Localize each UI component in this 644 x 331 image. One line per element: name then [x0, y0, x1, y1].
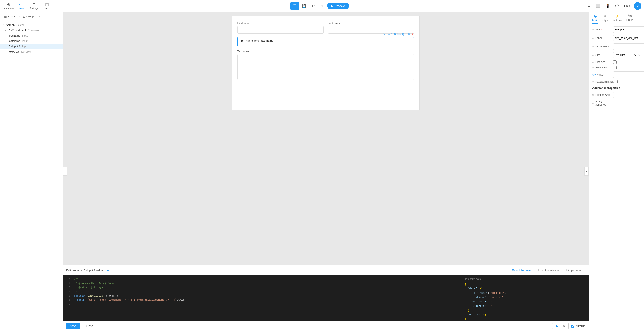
right-panel: ◉ Main ✏ Style ⚡ Actions Aa Rules ✏ Key — [589, 12, 644, 331]
right-nav-style[interactable]: ✏ Style — [602, 12, 609, 24]
run-button[interactable]: ▶ Run — [552, 323, 569, 329]
readonly-checkbox[interactable] — [613, 66, 616, 69]
prop-key-value-row: ✓ — [613, 26, 644, 33]
edit-property-label: Edit property: RsInput 1.Value — [66, 269, 103, 272]
undo-button[interactable]: ↩ — [309, 2, 317, 10]
use-label[interactable]: Use — [104, 269, 110, 272]
nav-components[interactable]: ⊕ Components — [2, 1, 14, 11]
center-area: ‹ › First name Last name — [63, 12, 589, 331]
placeholder-input[interactable] — [613, 43, 644, 50]
lang-label: EN — [624, 4, 628, 7]
plus-icon[interactable]: + — [405, 33, 406, 36]
tree-item-rsinput[interactable]: RsInput 1 Input — [0, 44, 62, 49]
tree-item-rscontainer[interactable]: ▾ RsContainer 1 Container — [0, 28, 62, 33]
toggle-left-button[interactable]: ‹ — [63, 167, 67, 176]
lastname-input[interactable] — [328, 26, 414, 34]
toolbar-nav: ⊕ Components ⋮⋮ Tree ≡ Settings ◫ Forms — [2, 1, 53, 11]
tree-item-lastname[interactable]: lastName Input — [0, 38, 62, 44]
code-line-2: 2 * @param {IFormData} form — [66, 282, 458, 286]
prop-render-row: ✏ Render When — [592, 92, 640, 98]
nav-components-label: Components — [2, 7, 15, 10]
mobile-icon[interactable]: 📱 — [604, 2, 612, 10]
tree-item-label: firstName — [8, 34, 20, 37]
code-icon[interactable]: </> — [613, 2, 621, 10]
sidebar-actions: ⊞ Expand all ⊟ Collapse all — [0, 12, 62, 21]
tree-item-firstname[interactable]: firstName Input — [0, 33, 62, 38]
key-input[interactable] — [613, 26, 644, 33]
toolbar-right: 🖥 ⬜ 📱 </> EN ▾ ⚙ — [585, 2, 642, 10]
pencil-icon: ✏ — [592, 93, 594, 97]
tree-item-label: RsInput 1 — [8, 45, 20, 48]
save-button[interactable]: Save — [66, 323, 80, 329]
json-line-textarea: "textArea": "" — [465, 304, 585, 308]
tree-item-type: Input — [22, 39, 28, 42]
settings-circle-button[interactable]: ⚙ — [634, 2, 642, 10]
size-clear-button[interactable]: × — [638, 53, 640, 57]
nav-settings[interactable]: ≡ Settings — [28, 1, 40, 11]
textarea-input[interactable] — [238, 54, 414, 80]
top-toolbar: ⊕ Components ⋮⋮ Tree ≡ Settings ◫ Forms … — [0, 0, 644, 12]
firstname-group: First name — [238, 21, 324, 34]
prop-readonly-label: ✏ Read Only — [592, 66, 612, 69]
nav-tree[interactable]: ⋮⋮ Tree — [15, 1, 27, 11]
tree-item-screen[interactable]: ▾ Screen Screen — [0, 22, 62, 28]
collapse-all-button[interactable]: ⊟ Collapse all — [21, 13, 41, 19]
main-nav-icon: ◉ — [594, 14, 597, 18]
nav-forms[interactable]: ◫ Forms — [41, 1, 53, 11]
json-line-errors: "errors": {} — [465, 313, 585, 317]
right-nav-main[interactable]: ◉ Main — [592, 12, 598, 24]
right-nav-rules-label: Rules — [626, 18, 633, 21]
expand-all-button[interactable]: ⊞ Expand all — [2, 13, 21, 19]
tab-fluent[interactable]: Fluent localization — [536, 267, 564, 273]
value-input[interactable] — [613, 71, 644, 78]
bottom-header-left: Edit property: RsInput 1.Value Use — [66, 269, 110, 272]
password-checkbox[interactable] — [618, 80, 621, 83]
lastname-group: Last name — [328, 21, 414, 34]
tree-icon: ⋮⋮ — [18, 2, 25, 7]
tree-item-label: RsContainer 1 — [8, 29, 26, 32]
disabled-checkbox[interactable] — [613, 60, 616, 64]
tab-calculable[interactable]: Calculable value — [509, 267, 535, 273]
required-indicator: * — [601, 28, 602, 31]
pencil-icon: ✏ — [592, 54, 594, 57]
save-close-group: Save Close — [66, 323, 97, 329]
toggle-right-button[interactable]: › — [584, 167, 589, 176]
redo-button[interactable]: ↪ — [318, 2, 326, 10]
delete-icon[interactable]: 🗑 — [411, 33, 414, 36]
code-line-1: 1 /** — [66, 278, 458, 282]
right-nav-style-label: Style — [602, 18, 609, 22]
save-button[interactable]: 💾 — [300, 2, 308, 10]
chevron-down-icon: ▾ — [629, 4, 630, 7]
prop-value-row: </> Value — [592, 71, 640, 78]
desktop-icon[interactable]: 🖥 — [585, 2, 593, 10]
menu-button[interactable]: ☰ — [290, 2, 299, 10]
json-line-rsinput: "RsInput 1": "", — [465, 300, 585, 304]
render-when-input[interactable] — [613, 92, 644, 98]
nav-settings-label: Settings — [30, 7, 38, 9]
canvas-wrapper: First name Last name RsInput 1 (RsInput)… — [63, 12, 589, 265]
firstname-input[interactable] — [238, 26, 324, 34]
right-editor[interactable]: Test form data { "data": { "firstName": … — [461, 275, 589, 321]
right-nav-rules[interactable]: Aa Rules — [626, 12, 633, 24]
autorun-checkbox[interactable] — [571, 325, 574, 328]
right-nav-actions[interactable]: ⚡ Actions — [613, 12, 622, 24]
copy-icon[interactable]: ⧉ — [408, 33, 410, 36]
additional-props-title: Additional properties — [592, 86, 640, 89]
close-button[interactable]: Close — [82, 323, 97, 329]
preview-button[interactable]: ▶ Preview — [327, 2, 349, 9]
toolbar-center: ☰ 💾 ↩ ↪ ▶ Preview — [56, 2, 583, 10]
size-select[interactable]: Medium Small Large — [613, 52, 637, 58]
pencil-icon: ✏ — [592, 80, 594, 83]
tree-item-textarea[interactable]: textArea Text area — [0, 49, 62, 54]
autorun-label: Autorun — [571, 325, 585, 328]
prop-readonly-row: ✏ Read Only — [592, 66, 640, 69]
prop-label-label: ✏ Label — [592, 36, 612, 40]
lang-selector[interactable]: EN ▾ — [622, 3, 632, 8]
tablet-icon[interactable]: ⬜ — [594, 2, 602, 10]
tab-simple[interactable]: Simple value — [564, 267, 585, 273]
code-editor[interactable]: 1 /** 2 * @param {IFormData} form 3 * @r… — [63, 275, 461, 321]
pencil-icon: ✏ — [592, 61, 594, 64]
right-nav-main-label: Main — [592, 18, 598, 22]
label-input[interactable] — [613, 35, 644, 41]
rsinput-value[interactable]: first_name_and_last_name — [238, 37, 414, 46]
